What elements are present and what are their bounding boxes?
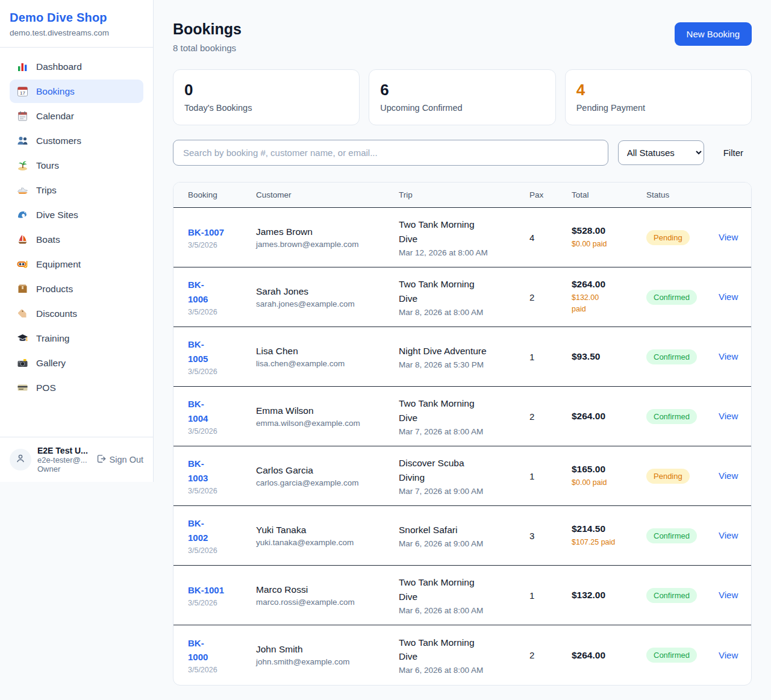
sidebar-item-trips[interactable]: Trips <box>10 178 143 202</box>
view-link[interactable]: View <box>711 530 738 540</box>
view-link[interactable]: View <box>711 292 738 302</box>
table-row: BK-10003/5/2026John Smithjohn.smith@exam… <box>173 625 751 685</box>
sidebar-item-dive-sites[interactable]: Dive Sites <box>10 203 143 227</box>
svg-text:17: 17 <box>20 90 25 96</box>
status-badge: Pending <box>646 230 690 245</box>
sidebar-item-products[interactable]: Products <box>10 277 143 301</box>
booking-number-link[interactable]: BK-1005 <box>188 337 256 366</box>
sidebar-item-dashboard[interactable]: Dashboard <box>10 55 143 78</box>
trip-cell: Two Tank MorningDiveMar 6, 2026 at 8:00 … <box>399 636 529 675</box>
customer-name: John Smith <box>256 644 399 655</box>
people-icon <box>17 135 28 146</box>
sidebar-item-equipment[interactable]: Equipment <box>10 252 143 276</box>
sidebar-item-label: Equipment <box>36 259 81 270</box>
table-row: BK-10033/5/2026Carlos Garciacarlos.garci… <box>173 446 751 506</box>
pax-cell: 1 <box>529 590 572 601</box>
tag-icon <box>17 308 28 319</box>
view-link[interactable]: View <box>711 351 738 361</box>
customer-email: sarah.jones@example.com <box>256 299 399 308</box>
new-booking-button[interactable]: New Booking <box>675 22 752 46</box>
sidebar-item-calendar[interactable]: Calendar <box>10 104 143 128</box>
sidebar-item-discounts[interactable]: Discounts <box>10 302 143 325</box>
trip-name: Discover ScubaDiving <box>399 456 529 484</box>
sign-out-button[interactable]: Sign Out <box>96 454 143 466</box>
booking-date: 3/5/2026 <box>188 241 256 249</box>
trip-cell: Two Tank MorningDiveMar 6, 2026 at 8:00 … <box>399 575 529 615</box>
booking-number-link[interactable]: BK-1001 <box>188 583 256 597</box>
customer-email: marco.rossi@example.com <box>256 598 399 607</box>
filter-button[interactable]: Filter <box>714 148 752 158</box>
sidebar-item-pos[interactable]: POS <box>10 376 143 399</box>
customer-cell: Lisa Chenlisa.chen@example.com <box>256 346 399 368</box>
trip-cell: Two Tank MorningDiveMar 7, 2026 at 8:00 … <box>399 396 529 436</box>
view-link[interactable]: View <box>711 650 738 660</box>
sign-out-label: Sign Out <box>110 455 143 464</box>
trip-name: Night Dive Adventure <box>399 344 529 358</box>
total-amount: $264.00 <box>572 411 646 422</box>
trip-cell: Two Tank MorningDiveMar 12, 2026 at 8:00… <box>399 217 529 257</box>
column-header-customer: Customer <box>256 190 399 199</box>
paid-amount: $107.25 paid <box>572 537 632 548</box>
stat-value: 4 <box>576 81 740 99</box>
sidebar-item-training[interactable]: Training <box>10 327 143 350</box>
pax-cell: 2 <box>529 411 572 422</box>
column-header-total: Total <box>572 190 646 199</box>
view-link[interactable]: View <box>711 232 738 242</box>
sidebar-item-gallery[interactable]: Gallery <box>10 351 143 375</box>
booking-number-link[interactable]: BK-1003 <box>188 457 256 485</box>
total-cell: $264.00 <box>572 411 646 422</box>
view-link[interactable]: View <box>711 590 738 600</box>
sidebar-item-boats[interactable]: Boats <box>10 228 143 251</box>
view-link[interactable]: View <box>711 470 738 481</box>
customer-cell: Marco Rossimarco.rossi@example.com <box>256 584 399 607</box>
stat-value: 0 <box>184 81 348 99</box>
sidebar: Demo Dive Shop demo.test.divestreams.com… <box>0 0 154 482</box>
user-box: E2E Test U... e2e-tester@... Owner Sign … <box>0 437 153 482</box>
customer-cell: Sarah Jonessarah.jones@example.com <box>256 286 399 308</box>
page-title-block: Bookings 8 total bookings <box>173 20 242 53</box>
paid-amount: $132.00paid <box>572 292 632 315</box>
booking-date: 3/5/2026 <box>188 308 256 316</box>
booking-number-link[interactable]: BK-1004 <box>188 397 256 425</box>
customer-name: Yuki Tanaka <box>256 525 399 536</box>
booking-cell: BK-10033/5/2026 <box>188 457 256 495</box>
booking-number-link[interactable]: BK-1000 <box>188 636 256 664</box>
pax-cell: 4 <box>529 233 572 243</box>
search-input[interactable] <box>173 140 608 166</box>
sidebar-item-bookings[interactable]: 17Bookings <box>10 80 143 103</box>
sidebar-item-tours[interactable]: Tours <box>10 154 143 177</box>
brand-block: Demo Dive Shop demo.test.divestreams.com <box>0 0 153 48</box>
avatar <box>10 449 31 470</box>
booking-number-link[interactable]: BK-1007 <box>188 225 256 239</box>
sidebar-item-label: Calendar <box>36 111 74 122</box>
booking-date: 3/5/2026 <box>188 487 256 495</box>
customer-email: james.brown@example.com <box>256 240 399 249</box>
column-header-trip: Trip <box>399 190 529 199</box>
page-title: Bookings <box>173 20 242 38</box>
trip-name: Two Tank MorningDive <box>399 277 529 305</box>
sidebar-item-label: Bookings <box>36 86 75 97</box>
logout-icon <box>96 454 106 466</box>
trip-cell: Night Dive AdventureMar 8, 2026 at 5:30 … <box>399 344 529 369</box>
table-row: BK-10023/5/2026Yuki Tanakayuki.tanaka@ex… <box>173 506 751 566</box>
filter-controls: All Statuses Filter <box>173 140 752 166</box>
user-name: E2E Test U... <box>37 446 90 455</box>
stat-label: Today's Bookings <box>184 103 348 113</box>
view-link[interactable]: View <box>711 411 738 421</box>
spiral-calendar-icon <box>17 110 28 122</box>
sidebar-item-label: Training <box>36 333 69 344</box>
booking-number-link[interactable]: BK-1002 <box>188 516 256 545</box>
trip-cell: Discover ScubaDivingMar 7, 2026 at 9:00 … <box>399 456 529 496</box>
total-amount: $214.50 <box>572 523 646 534</box>
sidebar-item-customers[interactable]: Customers <box>10 129 143 152</box>
booking-cell: BK-10073/5/2026 <box>188 225 256 249</box>
stat-card-upcoming-confirmed: 6Upcoming Confirmed <box>369 69 555 125</box>
main-content: Bookings 8 total bookings New Booking 0T… <box>154 0 771 686</box>
table-header-row: BookingCustomerTripPaxTotalStatus <box>173 183 751 208</box>
sidebar-item-label: Boats <box>36 234 60 245</box>
booking-date: 3/5/2026 <box>188 427 256 436</box>
booking-cell: BK-10013/5/2026 <box>188 583 256 607</box>
credit-card-icon <box>17 382 28 393</box>
status-select[interactable]: All Statuses <box>618 140 704 165</box>
booking-number-link[interactable]: BK-1006 <box>188 278 256 306</box>
